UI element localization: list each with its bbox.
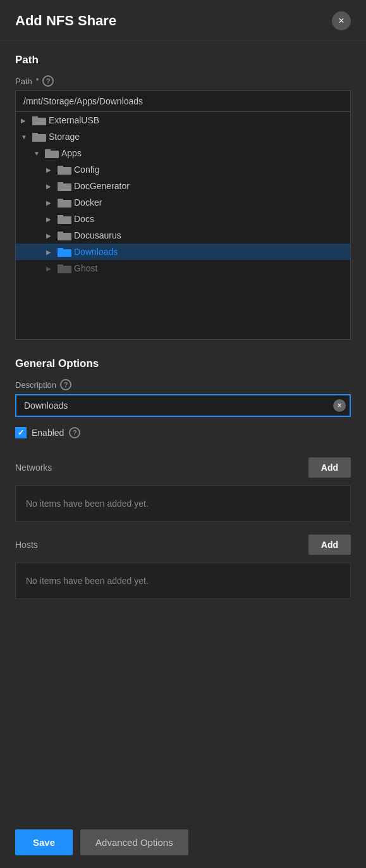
tree-item-label: Docs <box>74 214 94 224</box>
tree-arrow: ▶ <box>46 249 58 256</box>
close-button[interactable]: × <box>332 11 351 30</box>
description-input[interactable] <box>15 394 351 417</box>
tree-arrow: ▶ <box>46 265 58 272</box>
tree-item-label: Apps <box>61 148 82 158</box>
tree-item-downloads[interactable]: ▶ Downloads <box>16 244 350 260</box>
path-help-icon[interactable]: ? <box>42 75 54 87</box>
modal-title: Add NFS Share <box>15 13 116 29</box>
svg-rect-17 <box>58 248 63 251</box>
description-input-wrapper: × <box>15 394 351 417</box>
svg-rect-15 <box>58 232 63 235</box>
svg-rect-3 <box>32 133 38 136</box>
description-field-label: Description ? <box>15 379 351 390</box>
tree-arrow: ▶ <box>21 117 32 124</box>
tree-item-apps[interactable]: ▼ Apps <box>16 145 350 161</box>
tree-item-label: DocGenerator <box>74 181 130 191</box>
tree-item-label: ExternalUSB <box>49 115 99 125</box>
tree-arrow: ▶ <box>46 216 58 223</box>
svg-rect-11 <box>58 199 63 202</box>
modal-header: Add NFS Share × <box>0 0 366 41</box>
tree-item-label: Config <box>74 164 99 175</box>
tree-item-label: Ghost <box>74 263 97 273</box>
path-section: Path Path * ? ▶ ExternalUSB <box>15 54 351 340</box>
folder-icon <box>58 214 71 224</box>
tree-item-docs[interactable]: ▶ Docs <box>16 211 350 227</box>
tree-item-label: Storage <box>49 132 80 142</box>
folder-icon <box>32 132 46 142</box>
description-clear-button[interactable]: × <box>333 399 346 412</box>
modal-footer: Save Advanced Options <box>0 817 366 868</box>
networks-add-button[interactable]: Add <box>308 457 351 478</box>
tree-item-docgenerator[interactable]: ▶ DocGenerator <box>16 178 350 194</box>
enabled-label: Enabled <box>32 428 64 438</box>
svg-rect-13 <box>58 215 63 218</box>
folder-icon <box>58 164 71 175</box>
folder-icon <box>58 197 71 208</box>
networks-header-row: Networks Add <box>15 457 351 478</box>
tree-item-label: Docker <box>74 197 102 208</box>
enabled-help-icon[interactable]: ? <box>69 427 80 438</box>
hosts-empty-message: No items have been added yet. <box>26 576 149 586</box>
tree-arrow: ▼ <box>21 133 32 140</box>
tree-arrow: ▶ <box>46 183 58 190</box>
svg-rect-5 <box>45 149 51 152</box>
modal-body: Path Path * ? ▶ ExternalUSB <box>0 41 366 810</box>
path-section-title: Path <box>15 54 351 66</box>
folder-icon <box>58 230 71 240</box>
tree-item-label: Downloads <box>74 247 118 257</box>
folder-icon <box>58 181 71 191</box>
tree-item-storage[interactable]: ▼ Storage <box>16 128 350 145</box>
svg-rect-7 <box>58 166 63 169</box>
networks-label: Networks <box>15 462 52 473</box>
tree-arrow: ▼ <box>34 150 45 157</box>
folder-icon <box>45 148 59 158</box>
tree-arrow: ▶ <box>46 199 58 206</box>
advanced-options-button[interactable]: Advanced Options <box>80 829 188 855</box>
tree-arrow: ▶ <box>46 232 58 239</box>
description-help-icon[interactable]: ? <box>60 379 71 390</box>
folder-icon <box>58 263 71 273</box>
tree-item-config[interactable]: ▶ Config <box>16 161 350 178</box>
general-options-title: General Options <box>15 357 351 370</box>
hosts-add-button[interactable]: Add <box>308 535 351 555</box>
networks-section: Networks Add No items have been added ye… <box>15 457 351 522</box>
path-field-label: Path * ? <box>15 75 351 87</box>
tree-item-externalusb[interactable]: ▶ ExternalUSB <box>16 112 350 128</box>
hosts-section: Hosts Add No items have been added yet. <box>15 535 351 599</box>
hosts-empty-list: No items have been added yet. <box>15 562 351 599</box>
networks-empty-list: No items have been added yet. <box>15 485 351 522</box>
svg-rect-9 <box>58 182 63 185</box>
enabled-row: Enabled ? <box>15 427 351 438</box>
svg-rect-1 <box>32 116 38 120</box>
enabled-checkbox[interactable] <box>15 427 27 438</box>
tree-item-ghost[interactable]: ▶ Ghost <box>16 260 350 276</box>
tree-arrow: ▶ <box>46 166 58 173</box>
hosts-label: Hosts <box>15 540 38 550</box>
hosts-header-row: Hosts Add <box>15 535 351 555</box>
svg-rect-19 <box>58 264 63 268</box>
networks-empty-message: No items have been added yet. <box>26 499 149 509</box>
save-button[interactable]: Save <box>15 829 73 855</box>
add-nfs-share-modal: Add NFS Share × Path Path * ? ▶ <box>0 0 366 868</box>
path-input[interactable] <box>15 90 351 112</box>
tree-item-docker[interactable]: ▶ Docker <box>16 194 350 211</box>
tree-item-label: Docusaurus <box>74 230 121 240</box>
general-options-section: General Options Description ? × Enabled … <box>15 357 351 438</box>
folder-icon <box>32 115 46 125</box>
file-tree[interactable]: ▶ ExternalUSB ▼ Storage <box>15 112 351 340</box>
folder-icon-blue <box>58 247 71 257</box>
tree-item-docusaurus[interactable]: ▶ Docusaurus <box>16 227 350 244</box>
